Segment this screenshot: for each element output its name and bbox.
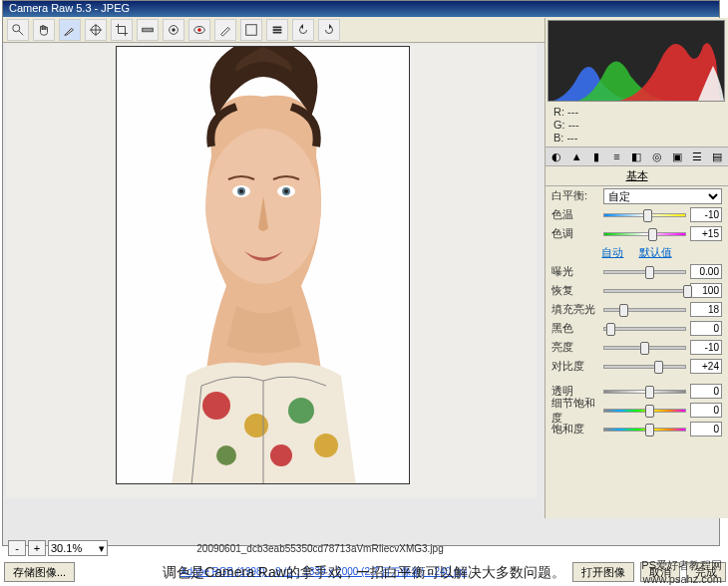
temp-value[interactable] (690, 207, 722, 222)
adjustments-panel: R: --- G: --- B: --- ◐ ▲ ▮ ≡ ◧ ◎ ▣ ☰ ▤ 基… (545, 18, 728, 518)
auto-links: 自动 默认值 (546, 243, 728, 262)
clar-value[interactable] (690, 384, 722, 399)
watermark: PS爱好者教程网 www.psahz.com (641, 558, 722, 586)
graduated-filter-icon[interactable] (240, 19, 262, 41)
watermark-l1: PS爱好者教程网 (641, 558, 722, 572)
zoom-in-button[interactable]: + (28, 540, 46, 556)
wb-select[interactable]: 自定 (603, 188, 722, 204)
window-title: Camera Raw 5.3 - JPEG (9, 2, 130, 14)
sat-slider[interactable] (603, 422, 686, 437)
tab-curve-icon[interactable]: ▲ (569, 148, 583, 164)
svg-rect-11 (246, 24, 257, 35)
contr-label: 对比度 (551, 359, 599, 374)
adjustment-brush-icon[interactable] (214, 19, 236, 41)
tab-basic-icon[interactable]: ◐ (549, 148, 563, 164)
b-value: B: --- (553, 132, 720, 145)
tab-hsl-icon[interactable]: ≡ (609, 148, 623, 164)
svg-line-1 (19, 30, 23, 34)
zoom-bar: - + 30.1%▾ 20090601_dcb3eab55350cd78713a… (8, 538, 531, 558)
r-value: R: --- (553, 106, 720, 119)
color-sampler-icon[interactable] (85, 19, 107, 41)
svg-point-25 (288, 398, 314, 424)
filename-label: 20090601_dcb3eab55350cd78713aVmRIiecvXMG… (110, 543, 531, 554)
vib-slider[interactable] (603, 403, 686, 418)
tab-detail-icon[interactable]: ▮ (589, 148, 603, 164)
wb-label: 白平衡: (551, 188, 599, 203)
sat-value[interactable] (690, 422, 722, 437)
panel-title: 基本 (546, 166, 728, 186)
tab-lens-icon[interactable]: ◎ (650, 148, 664, 164)
straighten-tool-icon[interactable] (137, 19, 159, 41)
redeye-tool-icon[interactable] (188, 19, 210, 41)
canvas-area (6, 44, 537, 498)
black-value[interactable] (690, 321, 722, 336)
bright-value[interactable] (690, 340, 722, 355)
white-balance-tool-icon[interactable] (59, 19, 81, 41)
temp-label: 色温 (551, 207, 599, 222)
histogram[interactable] (547, 20, 725, 102)
photo-preview[interactable] (116, 46, 410, 484)
g-value: G: --- (553, 119, 720, 132)
svg-point-8 (172, 28, 176, 32)
svg-rect-13 (273, 29, 282, 31)
sat-label: 饱和度 (551, 422, 599, 437)
rgb-readout: R: --- G: --- B: --- (546, 104, 728, 146)
vib-value[interactable] (690, 403, 722, 418)
bright-label: 亮度 (551, 340, 599, 355)
temp-slider[interactable] (603, 207, 686, 222)
svg-point-27 (216, 445, 236, 465)
rotate-ccw-icon[interactable] (292, 19, 314, 41)
chevron-down-icon: ▾ (99, 542, 105, 555)
panel-tabs: ◐ ▲ ▮ ≡ ◧ ◎ ▣ ☰ ▤ (546, 146, 728, 166)
tint-value[interactable] (690, 226, 722, 241)
fill-slider[interactable] (603, 302, 686, 317)
zoom-value: 30.1% (51, 542, 82, 554)
svg-point-28 (314, 434, 338, 457)
svg-point-22 (284, 189, 288, 193)
rec-label: 恢复 (551, 283, 599, 298)
exp-slider[interactable] (603, 264, 686, 279)
tint-label: 色调 (551, 226, 599, 241)
svg-point-23 (202, 392, 230, 420)
rec-slider[interactable] (603, 283, 686, 298)
bright-slider[interactable] (603, 340, 686, 355)
default-link[interactable]: 默认值 (639, 246, 672, 258)
tab-camera-icon[interactable]: ▣ (670, 148, 684, 164)
exp-value[interactable] (690, 264, 722, 279)
tab-snapshots-icon[interactable]: ▤ (710, 148, 724, 164)
fill-label: 填充亮光 (551, 302, 599, 317)
title-bar: Camera Raw 5.3 - JPEG (3, 1, 719, 17)
tab-presets-icon[interactable]: ☰ (690, 148, 704, 164)
tint-slider[interactable] (603, 226, 686, 241)
caption-text: 调色是Camera Raw的拿手戏，一招白平衡可以解决大多数问题。 (0, 564, 728, 582)
vib-label: 细节饱和度 (551, 396, 599, 426)
black-label: 黑色 (551, 321, 599, 336)
clar-slider[interactable] (603, 384, 686, 399)
svg-point-19 (239, 189, 243, 193)
rotate-cw-icon[interactable] (318, 19, 340, 41)
contr-slider[interactable] (603, 359, 686, 374)
zoom-out-button[interactable]: - (8, 540, 26, 556)
svg-rect-12 (273, 26, 282, 28)
hand-tool-icon[interactable] (33, 19, 55, 41)
watermark-l2: www.psahz.com (641, 572, 722, 586)
auto-link[interactable]: 自动 (601, 246, 623, 258)
tab-split-icon[interactable]: ◧ (629, 148, 643, 164)
contr-value[interactable] (690, 359, 722, 374)
zoom-select[interactable]: 30.1%▾ (48, 540, 108, 556)
prefs-icon[interactable] (266, 19, 288, 41)
crop-tool-icon[interactable] (111, 19, 133, 41)
zoom-tool-icon[interactable] (7, 19, 29, 41)
fill-value[interactable] (690, 302, 722, 317)
exp-label: 曝光 (551, 264, 599, 279)
svg-rect-14 (273, 31, 282, 33)
svg-point-10 (197, 28, 201, 32)
svg-point-0 (13, 24, 20, 31)
svg-point-26 (270, 444, 292, 466)
black-slider[interactable] (603, 321, 686, 336)
app-window: Camera Raw 5.3 - JPEG ☑ 预览 ⛶ (2, 0, 720, 546)
spot-removal-icon[interactable] (163, 19, 184, 41)
wb-row: 白平衡: 自定 (546, 186, 728, 205)
svg-point-24 (244, 414, 268, 438)
rec-value[interactable] (690, 283, 722, 298)
